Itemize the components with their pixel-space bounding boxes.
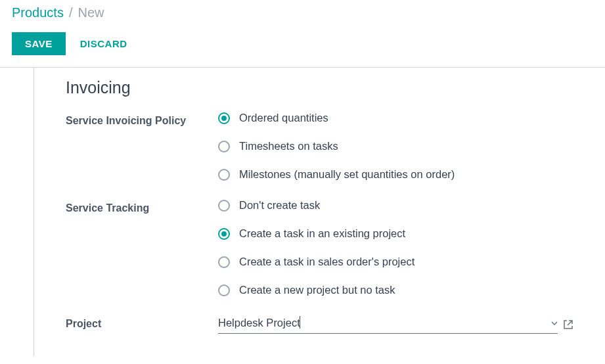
project-select-input[interactable]: Helpdesk Project [218, 315, 558, 334]
radio-create-task-sales-order-project[interactable]: Create a task in sales order's project [218, 256, 573, 268]
save-button[interactable]: SAVE [12, 32, 66, 55]
label-project: Project [66, 315, 218, 334]
radio-ordered-quantities[interactable]: Ordered quantities [218, 112, 573, 124]
breadcrumb-root-link[interactable]: Products [12, 5, 64, 20]
radio-dont-create-task[interactable]: Don't create task [218, 199, 573, 212]
external-link-icon[interactable] [563, 319, 573, 330]
breadcrumb: Products / New [12, 5, 593, 20]
radio-icon [218, 284, 230, 296]
project-select-value: Helpdesk Project [218, 317, 300, 329]
breadcrumb-separator: / [69, 5, 73, 20]
radio-label: Don't create task [239, 199, 320, 212]
section-title-invoicing: Invoicing [66, 78, 573, 97]
text-cursor [300, 316, 300, 329]
label-invoicing-policy: Service Invoicing Policy [66, 112, 218, 181]
radio-icon [218, 112, 230, 124]
radio-group-invoicing-policy: Ordered quantities Timesheets on tasks M… [218, 112, 573, 181]
radio-label: Create a new project but no task [239, 284, 395, 296]
radio-icon [218, 141, 230, 152]
radio-icon [218, 256, 230, 268]
chevron-down-icon [551, 318, 558, 327]
radio-group-service-tracking: Don't create task Create a task in an ex… [218, 199, 573, 296]
breadcrumb-current: New [78, 5, 104, 20]
radio-icon [218, 228, 230, 240]
radio-icon [218, 200, 230, 212]
radio-label: Create a task in an existing project [239, 227, 405, 240]
radio-label: Ordered quantities [239, 112, 328, 124]
label-service-tracking: Service Tracking [66, 199, 218, 296]
radio-icon [218, 169, 230, 181]
radio-create-new-project-no-task[interactable]: Create a new project but no task [218, 284, 573, 296]
radio-timesheets-on-tasks[interactable]: Timesheets on tasks [218, 140, 573, 152]
left-border [0, 68, 34, 356]
radio-label: Create a task in sales order's project [239, 256, 415, 268]
radio-label: Milestones (manually set quantities on o… [239, 168, 455, 181]
radio-milestones[interactable]: Milestones (manually set quantities on o… [218, 168, 573, 181]
discard-button[interactable]: DISCARD [80, 38, 127, 49]
radio-label: Timesheets on tasks [239, 140, 338, 152]
radio-create-task-existing-project[interactable]: Create a task in an existing project [218, 227, 573, 240]
